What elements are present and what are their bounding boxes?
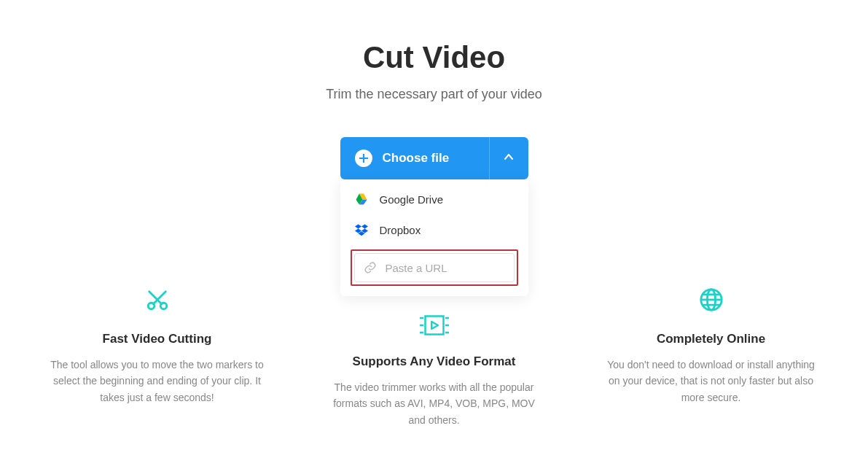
dropdown-item-google-drive[interactable]: Google Drive [340,184,528,214]
choose-file-label: Choose file [383,151,450,166]
link-icon [364,261,377,274]
feature-title: Supports Any Video Format [353,354,516,369]
chevron-up-icon [504,152,514,165]
feature-description: The tool allows you to move the two mark… [48,357,267,405]
url-input-container[interactable] [354,253,515,282]
feature-video-format: Supports Any Video Format The video trim… [325,285,544,428]
globe-icon [697,285,726,314]
play-reel-icon [420,311,449,340]
dropdown-item-label: Dropbox [380,224,421,236]
feature-description: The video trimmer works with all the pop… [325,379,544,428]
plus-icon [355,150,372,167]
feature-title: Completely Online [657,332,765,346]
scissors-icon [143,285,172,314]
feature-fast-cutting: Fast Video Cutting The tool allows you t… [48,285,267,428]
url-input-highlight [351,249,518,286]
choose-file-main[interactable]: Choose file [340,137,489,179]
features-row: Fast Video Cutting The tool allows you t… [48,285,821,428]
dropdown-item-label: Google Drive [380,193,444,206]
feature-online: Completely Online You don't need to down… [602,285,821,428]
dropbox-icon [355,223,368,236]
upload-dropdown: Google Drive Dropbox [340,179,528,296]
google-drive-icon [355,193,368,206]
svg-rect-4 [425,317,443,335]
page-title: Cut Video [363,40,505,75]
upload-widget: Choose file Google Drive [340,137,528,296]
dropdown-toggle[interactable] [489,137,528,179]
dropdown-item-dropbox[interactable]: Dropbox [340,214,528,245]
feature-description: You don't need to download or install an… [602,357,821,405]
feature-title: Fast Video Cutting [103,332,212,346]
url-input[interactable] [386,262,524,274]
page-subtitle: Trim the necessary part of your video [326,87,541,102]
choose-file-button[interactable]: Choose file [340,137,528,179]
